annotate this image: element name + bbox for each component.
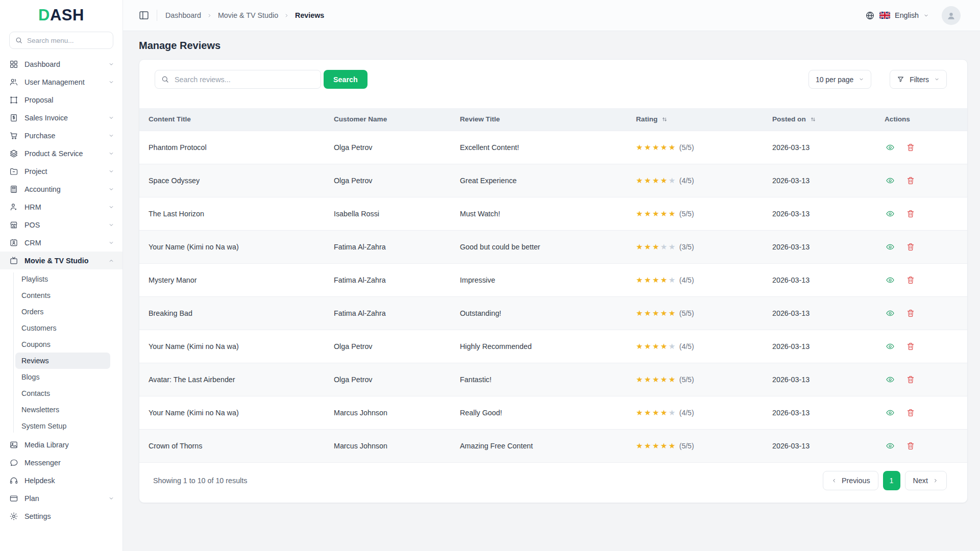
content-title-cell: The Last Horizon <box>139 197 325 230</box>
filters-button[interactable]: Filters <box>890 70 947 89</box>
content-title-cell: Breaking Bad <box>139 296 325 330</box>
sidebar-item-plan[interactable]: Plan <box>0 489 122 507</box>
calculator-icon <box>9 185 18 194</box>
previous-page-button[interactable]: Previous <box>823 471 878 490</box>
sidebar-item-product-service[interactable]: Product & Service <box>0 144 122 162</box>
submenu-item-newsletters[interactable]: Newsletters <box>0 402 122 418</box>
sidebar-item-helpdesk[interactable]: Helpdesk <box>0 471 122 489</box>
submenu-item-coupons[interactable]: Coupons <box>0 336 122 353</box>
previous-label: Previous <box>842 477 870 485</box>
table-row: Phantom Protocol Olga Petrov Excellent C… <box>139 131 967 164</box>
sidebar-item-purchase[interactable]: Purchase <box>0 127 122 144</box>
sort-icon[interactable] <box>661 116 668 123</box>
customer-name-cell: Fatima Al-Zahra <box>325 296 451 330</box>
table-header-row: Content TitleCustomer NameReview TitleRa… <box>139 108 967 131</box>
delete-review-button[interactable] <box>905 440 916 452</box>
sidebar-item-dashboard[interactable]: Dashboard <box>0 55 122 73</box>
sidebar-item-proposal[interactable]: Proposal <box>0 91 122 109</box>
sidebar-item-hrm[interactable]: HRM <box>0 198 122 216</box>
view-review-button[interactable] <box>885 308 896 319</box>
rating-cell: ★★★★★(5/5) <box>627 429 763 462</box>
delete-review-button[interactable] <box>905 175 916 186</box>
view-review-button[interactable] <box>885 241 896 253</box>
delete-review-button[interactable] <box>905 274 916 286</box>
sidebar-item-user-management[interactable]: User Management <box>0 73 122 91</box>
invoice-icon <box>9 113 18 122</box>
id-card-icon <box>9 238 18 247</box>
content-title-cell: Crown of Thorns <box>139 429 325 462</box>
star-rating: ★★★★★ <box>636 408 677 417</box>
search-button[interactable]: Search <box>324 70 368 89</box>
globe-icon[interactable] <box>865 11 875 20</box>
actions-cell <box>875 197 967 230</box>
sort-icon[interactable] <box>810 116 817 123</box>
sidebar-item-sales-invoice[interactable]: Sales Invoice <box>0 109 122 127</box>
breadcrumb-item-movie-tv-studio[interactable]: Movie & TV Studio <box>218 11 278 19</box>
submenu-item-blogs[interactable]: Blogs <box>0 369 122 385</box>
view-review-button[interactable] <box>885 407 896 418</box>
current-page-button[interactable]: 1 <box>883 471 900 490</box>
submenu-item-reviews[interactable]: Reviews <box>15 353 110 369</box>
delete-review-button[interactable] <box>905 341 916 352</box>
breadcrumb-item-dashboard[interactable]: Dashboard <box>165 11 201 19</box>
sidebar-item-crm[interactable]: CRM <box>0 234 122 252</box>
rating-cell: ★★★★★(5/5) <box>627 197 763 230</box>
rating-label: (4/5) <box>679 409 694 417</box>
submenu-item-playlists[interactable]: Playlists <box>0 271 122 287</box>
trash-icon <box>906 176 915 185</box>
delete-review-button[interactable] <box>905 142 916 153</box>
movie-tv-studio-submenu: PlaylistsContentsOrdersCustomersCouponsR… <box>0 269 122 436</box>
reviews-table: Content TitleCustomer NameReview TitleRa… <box>139 108 967 463</box>
sidebar-item-messenger[interactable]: Messenger <box>0 454 122 471</box>
column-header-rating[interactable]: Rating <box>627 108 763 131</box>
actions-cell <box>875 363 967 396</box>
customer-name-cell: Isabella Rossi <box>325 197 451 230</box>
submenu-item-contacts[interactable]: Contacts <box>0 385 122 402</box>
content-title-cell: Space Odyssey <box>139 164 325 197</box>
sidebar-search <box>9 32 113 49</box>
view-review-button[interactable] <box>885 175 896 186</box>
delete-review-button[interactable] <box>905 374 916 385</box>
chevron-down-icon <box>108 133 114 139</box>
trash-icon <box>906 375 915 384</box>
delete-review-button[interactable] <box>905 407 916 418</box>
submenu-item-system-setup[interactable]: System Setup <box>0 418 122 434</box>
view-review-button[interactable] <box>885 374 896 385</box>
view-review-button[interactable] <box>885 208 896 219</box>
sidebar-item-pos[interactable]: POS <box>0 216 122 234</box>
eye-icon <box>886 209 895 218</box>
uk-flag-icon <box>879 12 890 19</box>
delete-review-button[interactable] <box>905 208 916 219</box>
language-selector[interactable]: English <box>895 11 919 19</box>
submenu-item-customers[interactable]: Customers <box>0 320 122 336</box>
sidebar-item-media-library[interactable]: Media Library <box>0 436 122 454</box>
next-page-button[interactable]: Next <box>905 471 947 490</box>
filters-label: Filters <box>910 76 929 84</box>
sidebar-item-settings[interactable]: Settings <box>0 507 122 525</box>
per-page-select[interactable]: 10 per page <box>808 70 871 89</box>
view-review-button[interactable] <box>885 341 896 352</box>
column-header-posted-on[interactable]: Posted on <box>763 108 875 131</box>
chevron-down-icon <box>108 186 114 192</box>
view-review-button[interactable] <box>885 440 896 452</box>
submenu-item-orders[interactable]: Orders <box>0 304 122 320</box>
posted-on-cell: 2026-03-13 <box>763 230 875 263</box>
sidebar-search-input[interactable] <box>9 32 113 49</box>
sidebar-item-project[interactable]: Project <box>0 162 122 180</box>
actions-cell <box>875 230 967 263</box>
rating-label: (3/5) <box>679 243 694 251</box>
star-rating: ★★★★★ <box>636 375 677 384</box>
trash-icon <box>906 408 915 417</box>
view-review-button[interactable] <box>885 142 896 153</box>
table-row: Space Odyssey Olga Petrov Great Experien… <box>139 164 967 197</box>
sidebar-item-accounting[interactable]: Accounting <box>0 180 122 198</box>
delete-review-button[interactable] <box>905 308 916 319</box>
reviews-search-input[interactable] <box>155 70 321 89</box>
sidebar-nav: Dashboard User Management Proposal Sales… <box>0 55 122 551</box>
delete-review-button[interactable] <box>905 241 916 253</box>
sidebar-toggle-button[interactable] <box>138 10 150 21</box>
view-review-button[interactable] <box>885 274 896 286</box>
sidebar-item-movie-tv-studio[interactable]: Movie & TV Studio <box>0 252 122 269</box>
user-avatar[interactable] <box>942 6 961 25</box>
submenu-item-contents[interactable]: Contents <box>0 287 122 304</box>
